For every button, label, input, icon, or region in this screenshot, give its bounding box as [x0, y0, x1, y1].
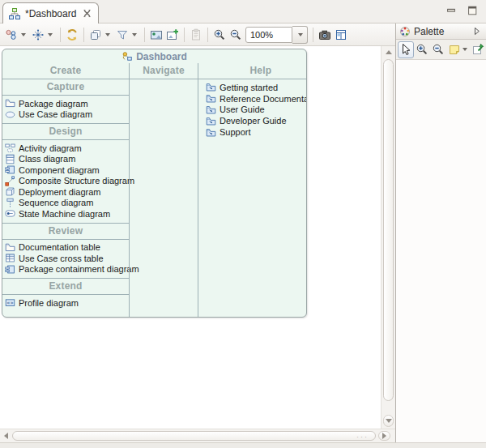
help-item-user-guide[interactable]: User Guide — [203, 105, 307, 116]
chevron-down-icon — [298, 33, 303, 36]
dashboard-item-documentation-table[interactable]: Documentation table — [2, 242, 129, 254]
dashboard-item-profile-diagram[interactable]: «»Profile diagram — [2, 297, 129, 309]
composite-icon — [5, 176, 15, 186]
palette-header[interactable]: Palette — [396, 23, 486, 40]
dashboard-panel: Dashboard Create CapturePackage diagramU… — [2, 49, 307, 318]
zoom-out-icon — [432, 43, 445, 56]
routing-style-button[interactable] — [30, 26, 57, 44]
filter-icon — [116, 28, 129, 41]
vertical-scroll-thumb[interactable] — [383, 59, 394, 401]
profile-icon: «» — [5, 297, 15, 308]
palette-title: Palette — [414, 26, 444, 37]
view-controls — [446, 5, 478, 15]
nodes-icon — [5, 28, 18, 41]
palette-panel: Palette — [395, 23, 486, 442]
tab-dashboard[interactable]: *Dashboard — [2, 2, 99, 23]
zoom-level-input[interactable]: 100% — [245, 27, 292, 43]
dashboard-item-deployment-diagram[interactable]: Deployment diagram — [2, 186, 129, 198]
dashboard-item-state-machine-diagram[interactable]: State Machine diagram — [2, 208, 129, 220]
zoom-level-dropdown-button[interactable] — [292, 26, 308, 44]
canvas-horizontal-scrollbar[interactable]: ··· — [0, 429, 395, 442]
link-tool[interactable] — [470, 41, 486, 58]
hierarchy-icon — [8, 7, 21, 20]
minimize-button[interactable] — [446, 5, 457, 15]
zoom-out-button[interactable] — [228, 26, 244, 44]
horizontal-scroll-thumb[interactable]: ··· — [12, 431, 376, 441]
zoom-in-button[interactable] — [211, 26, 228, 44]
camera-icon — [318, 28, 331, 41]
chevron-down-icon — [132, 33, 137, 36]
item-label: Package diagram — [19, 99, 88, 109]
toolbar-separator — [60, 28, 61, 42]
dashboard-item-package-containment-diagram[interactable]: Package containment diagram — [2, 264, 129, 275]
insert-picture-button[interactable] — [148, 26, 164, 44]
zoom-in-icon — [416, 43, 428, 56]
scroll-left-button[interactable] — [1, 431, 11, 441]
dashboard-item-use-case-cross-table[interactable]: Use Case cross table — [2, 253, 129, 264]
item-label: Profile diagram — [19, 298, 79, 308]
diagram-elements-button[interactable] — [3, 26, 30, 44]
dashboard-item-class-diagram[interactable]: Class diagram — [2, 154, 129, 165]
dashboard-item-component-diagram[interactable]: Component diagram — [2, 164, 129, 176]
collapse-arrow-icon[interactable] — [471, 26, 482, 36]
diagram-overview-button[interactable] — [333, 26, 349, 44]
item-label: Use Case diagram — [19, 109, 92, 119]
section-header-extend: Extend — [2, 279, 129, 295]
item-label: User Guide — [220, 105, 265, 114]
add-picture-button[interactable] — [164, 26, 181, 44]
activity-icon — [5, 143, 15, 153]
scroll-right-button[interactable] — [378, 431, 390, 441]
scroll-up-button[interactable] — [383, 47, 394, 58]
chevron-down-icon — [21, 33, 26, 36]
item-label: Support — [220, 127, 251, 137]
column-help: Help Getting startedReference Documentat… — [198, 63, 307, 317]
select-tool[interactable] — [398, 41, 414, 58]
help-item-support[interactable]: Support — [203, 126, 307, 138]
note-tool[interactable] — [446, 41, 470, 58]
item-label: Use Case cross table — [19, 254, 104, 263]
toolbar-separator — [144, 28, 145, 42]
section-header-review: Review — [2, 224, 129, 240]
zoom-in-tool[interactable] — [414, 41, 430, 58]
maximize-button[interactable] — [467, 5, 478, 15]
help-item-reference-documentation[interactable]: Reference Documentation — [203, 93, 307, 105]
section-items-design: Activity diagramClass diagramComponent d… — [2, 140, 129, 224]
item-label: Class diagram — [19, 154, 75, 164]
help-item-getting-started[interactable]: Getting started — [203, 82, 307, 93]
column-header-navigate: Navigate — [130, 63, 198, 79]
help-item-developer-guide[interactable]: Developer Guide — [203, 115, 307, 126]
dashboard-item-package-diagram[interactable]: Package diagram — [2, 98, 129, 109]
dashboard-item-activity-diagram[interactable]: Activity diagram — [2, 143, 129, 154]
canvas-vertical-scrollbar[interactable] — [381, 46, 395, 429]
dashboard-item-use-case-diagram[interactable]: Use Case diagram — [2, 109, 129, 121]
item-label: Composite Structure diagram — [19, 176, 134, 186]
item-label: Component diagram — [19, 165, 100, 175]
usecase-icon — [5, 109, 15, 120]
note-icon — [448, 43, 461, 56]
routing-icon — [32, 28, 45, 41]
table-icon — [5, 253, 15, 263]
help-folder-icon — [206, 93, 216, 104]
snapshot-button[interactable] — [317, 26, 333, 44]
copy-appearance-button[interactable] — [87, 26, 114, 44]
close-icon[interactable] — [82, 8, 92, 19]
toolbar-separator — [207, 28, 208, 42]
zoom-out-tool[interactable] — [430, 41, 446, 58]
filters-button[interactable] — [114, 26, 141, 44]
statemachine-icon — [5, 208, 15, 219]
dashboard-item-composite-structure-diagram[interactable]: Composite Structure diagram — [2, 176, 129, 187]
paste-icon — [190, 28, 202, 41]
palette-body[interactable] — [396, 60, 486, 442]
zoom-level-combo: 100% — [245, 26, 308, 44]
synchronize-button[interactable] — [64, 26, 80, 44]
item-label: Getting started — [220, 83, 278, 92]
svg-text:«»: «» — [6, 300, 13, 306]
diagram-canvas[interactable]: Dashboard Create CapturePackage diagramU… — [0, 46, 381, 429]
maximize-icon — [467, 5, 478, 16]
scroll-down-button[interactable] — [383, 415, 394, 427]
pin-icon — [471, 43, 484, 56]
dashboard-item-sequence-diagram[interactable]: Sequence diagram — [2, 198, 129, 209]
item-label: Sequence diagram — [19, 198, 93, 207]
section-items-capture: Package diagramUse Case diagram — [2, 96, 129, 124]
window-bottom-edge — [0, 442, 486, 448]
